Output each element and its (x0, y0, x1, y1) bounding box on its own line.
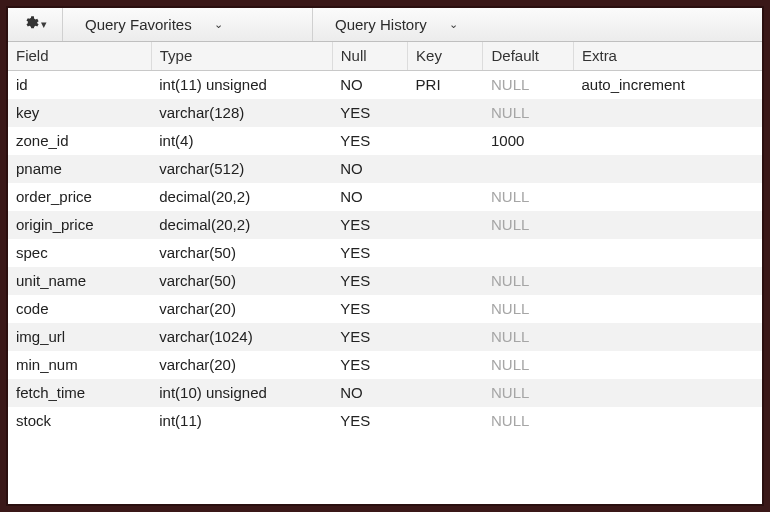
gear-icon (23, 15, 39, 34)
cell-extra (573, 267, 762, 295)
cell-type: int(4) (151, 127, 332, 155)
header-row: Field Type Null Key Default Extra (8, 42, 762, 71)
cell-null: YES (332, 211, 407, 239)
chevron-down-icon: ▾ (41, 18, 47, 31)
cell-key (408, 351, 483, 379)
table-row[interactable]: unit_namevarchar(50)YESNULL (8, 267, 762, 295)
app-frame: ▾ Query Favorites ⌄ Query History ⌄ Fiel… (6, 6, 764, 506)
table-row[interactable]: keyvarchar(128)YESNULL (8, 99, 762, 127)
chevron-down-icon: ⌄ (214, 18, 223, 31)
col-field[interactable]: Field (8, 42, 151, 71)
cell-type: varchar(50) (151, 267, 332, 295)
table-row[interactable]: pnamevarchar(512)NO (8, 155, 762, 183)
cell-extra (573, 295, 762, 323)
cell-type: varchar(128) (151, 99, 332, 127)
cell-key (408, 295, 483, 323)
cell-default: NULL (483, 323, 573, 351)
cell-default: NULL (483, 351, 573, 379)
table-row[interactable]: zone_idint(4)YES1000 (8, 127, 762, 155)
table-row[interactable]: img_urlvarchar(1024)YESNULL (8, 323, 762, 351)
cell-extra (573, 323, 762, 351)
cell-type: int(11) unsigned (151, 71, 332, 100)
cell-key (408, 407, 483, 435)
col-extra[interactable]: Extra (573, 42, 762, 71)
cell-null: YES (332, 99, 407, 127)
cell-field: id (8, 71, 151, 100)
cell-default: NULL (483, 379, 573, 407)
cell-default: NULL (483, 267, 573, 295)
cell-extra: auto_increment (573, 71, 762, 100)
col-key[interactable]: Key (408, 42, 483, 71)
col-type[interactable]: Type (151, 42, 332, 71)
cell-null: YES (332, 407, 407, 435)
col-null[interactable]: Null (332, 42, 407, 71)
table-row[interactable]: stockint(11)YESNULL (8, 407, 762, 435)
cell-key (408, 155, 483, 183)
query-history-label: Query History (335, 16, 427, 33)
query-favorites-menu[interactable]: Query Favorites ⌄ (63, 8, 313, 41)
query-history-menu[interactable]: Query History ⌄ (313, 8, 762, 41)
table-row[interactable]: min_numvarchar(20)YESNULL (8, 351, 762, 379)
cell-extra (573, 211, 762, 239)
cell-null: YES (332, 323, 407, 351)
cell-null: YES (332, 239, 407, 267)
cell-field: zone_id (8, 127, 151, 155)
cell-field: key (8, 99, 151, 127)
table-structure: Field Type Null Key Default Extra idint(… (8, 42, 762, 504)
cell-field: order_price (8, 183, 151, 211)
cell-extra (573, 379, 762, 407)
structure-table: Field Type Null Key Default Extra idint(… (8, 42, 762, 435)
table-row[interactable]: order_pricedecimal(20,2)NONULL (8, 183, 762, 211)
cell-key (408, 379, 483, 407)
cell-null: YES (332, 127, 407, 155)
table-row[interactable]: idint(11) unsignedNOPRINULLauto_incremen… (8, 71, 762, 100)
cell-default: NULL (483, 407, 573, 435)
cell-extra (573, 99, 762, 127)
cell-field: pname (8, 155, 151, 183)
table-row[interactable]: codevarchar(20)YESNULL (8, 295, 762, 323)
cell-extra (573, 127, 762, 155)
cell-default: NULL (483, 211, 573, 239)
cell-key (408, 183, 483, 211)
cell-field: fetch_time (8, 379, 151, 407)
cell-key (408, 239, 483, 267)
cell-default (483, 239, 573, 267)
col-default[interactable]: Default (483, 42, 573, 71)
cell-type: int(10) unsigned (151, 379, 332, 407)
cell-type: decimal(20,2) (151, 211, 332, 239)
cell-null: YES (332, 295, 407, 323)
cell-field: min_num (8, 351, 151, 379)
cell-null: NO (332, 71, 407, 100)
cell-field: spec (8, 239, 151, 267)
cell-type: varchar(50) (151, 239, 332, 267)
table-row[interactable]: origin_pricedecimal(20,2)YESNULL (8, 211, 762, 239)
cell-key (408, 127, 483, 155)
cell-default (483, 155, 573, 183)
cell-null: YES (332, 351, 407, 379)
cell-null: YES (332, 267, 407, 295)
cell-field: img_url (8, 323, 151, 351)
cell-default: NULL (483, 295, 573, 323)
cell-field: unit_name (8, 267, 151, 295)
cell-key (408, 267, 483, 295)
cell-type: varchar(20) (151, 295, 332, 323)
cell-key: PRI (408, 71, 483, 100)
cell-field: stock (8, 407, 151, 435)
cell-default: NULL (483, 71, 573, 100)
cell-type: varchar(1024) (151, 323, 332, 351)
cell-extra (573, 239, 762, 267)
chevron-down-icon: ⌄ (449, 18, 458, 31)
cell-default: NULL (483, 183, 573, 211)
query-favorites-label: Query Favorites (85, 16, 192, 33)
cell-type: varchar(512) (151, 155, 332, 183)
cell-null: NO (332, 379, 407, 407)
table-row[interactable]: specvarchar(50)YES (8, 239, 762, 267)
cell-extra (573, 183, 762, 211)
cell-extra (573, 351, 762, 379)
toolbar: ▾ Query Favorites ⌄ Query History ⌄ (8, 8, 762, 42)
cell-key (408, 323, 483, 351)
cell-type: varchar(20) (151, 351, 332, 379)
cell-extra (573, 155, 762, 183)
action-menu-button[interactable]: ▾ (8, 8, 63, 41)
table-row[interactable]: fetch_timeint(10) unsignedNONULL (8, 379, 762, 407)
